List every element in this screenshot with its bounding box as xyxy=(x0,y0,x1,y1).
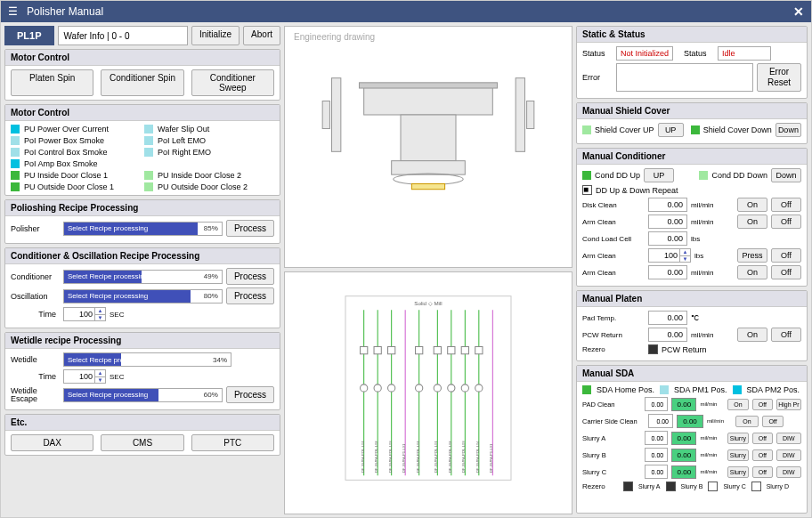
action-button-1[interactable]: Slurry xyxy=(727,433,749,444)
indicator-icon xyxy=(11,148,20,157)
rezero-a-checkbox[interactable] xyxy=(623,482,633,491)
spin-up[interactable]: ▲ xyxy=(94,308,105,315)
status-value: Not Initialized xyxy=(616,46,673,61)
error-reset-button[interactable]: Error Reset xyxy=(757,63,801,92)
rezero-b-checkbox[interactable] xyxy=(666,482,676,491)
rezero-d-checkbox[interactable] xyxy=(751,482,761,491)
indicator-label: PU Outside Door Close 2 xyxy=(158,182,248,191)
cond-up-button[interactable]: UP xyxy=(644,168,674,182)
indicator-item: PU Outside Door Close 1 xyxy=(11,182,137,191)
action-button-1[interactable]: Slurry xyxy=(727,449,749,461)
value-indicator: 0.00 xyxy=(671,465,696,479)
engineering-drawing-bottom: Solid ◇ Mill xyxy=(284,271,572,514)
process-button[interactable]: Process xyxy=(226,268,274,285)
process-button[interactable]: Process xyxy=(226,220,274,237)
action-button-2[interactable]: Off xyxy=(762,416,784,427)
value-input[interactable]: 0.00 xyxy=(648,231,687,246)
on-button[interactable]: On xyxy=(737,328,767,342)
on-button[interactable]: On xyxy=(737,198,767,212)
wetidle-escape-progress[interactable]: Select Recipe processing60% xyxy=(63,388,223,402)
conditioner-row: Disk Clean0.00mil/minOnOff xyxy=(582,198,801,212)
svg-point-28 xyxy=(461,384,468,392)
svg-point-25 xyxy=(416,384,423,392)
on-button[interactable]: On xyxy=(737,265,767,279)
pcw-return-input[interactable]: 0.00 xyxy=(648,328,687,342)
indicator-icon xyxy=(691,125,700,134)
sda-row: Carrier Side Clean0.000.00mil/minOnOff xyxy=(582,414,801,428)
close-icon[interactable]: ✕ xyxy=(793,4,804,19)
extra-button[interactable]: High Pr xyxy=(776,399,801,410)
svg-point-4 xyxy=(394,174,464,184)
action-button-2[interactable]: Off xyxy=(752,449,773,461)
value-input-1[interactable]: 0.00 xyxy=(645,465,669,479)
action-button-1[interactable]: Slurry xyxy=(727,466,749,478)
off-button[interactable]: Off xyxy=(771,328,801,342)
on-button[interactable]: Press xyxy=(737,248,767,263)
value-input-1[interactable]: 0.00 xyxy=(648,414,673,428)
process-button[interactable]: Process xyxy=(226,386,274,403)
polisher-progress[interactable]: Select Recipe processing 85% xyxy=(63,222,223,236)
pcw-return-checkbox[interactable] xyxy=(648,344,658,354)
platen-spin-button[interactable]: Platen Spin xyxy=(11,69,93,96)
action-button-2[interactable]: Off xyxy=(752,433,773,444)
svg-rect-31 xyxy=(374,347,381,354)
extra-button[interactable]: DIW xyxy=(776,449,801,461)
sda-row: Slurry C0.000.00mil/minSlurryOffDIW xyxy=(582,465,801,479)
cms-button[interactable]: CMS xyxy=(101,434,183,451)
indicator-icon xyxy=(11,171,20,180)
panel-title: Conditioner & Oscillation Recipe Process… xyxy=(5,248,280,264)
on-button[interactable]: On xyxy=(737,214,767,229)
off-button[interactable]: Off xyxy=(771,265,801,279)
off-button[interactable]: Off xyxy=(771,198,801,212)
shield-down-button[interactable]: Down xyxy=(775,123,801,137)
menu-icon[interactable]: ☰ xyxy=(8,5,18,18)
svg-rect-0 xyxy=(364,87,493,115)
value-input-1[interactable]: 0.00 xyxy=(645,397,669,411)
titlebar: ☰ Polisher Manual ✕ xyxy=(1,1,811,22)
value-indicator: 0.00 xyxy=(671,432,696,445)
action-button-2[interactable]: Off xyxy=(752,399,773,410)
ptc-button[interactable]: PTC xyxy=(191,434,274,451)
panel-title: Motor Control xyxy=(5,50,280,66)
off-button[interactable]: Off xyxy=(771,214,801,229)
indicator-item: Wafer Slip Out xyxy=(144,125,271,134)
abort-button[interactable]: Abort xyxy=(243,26,280,45)
time-input[interactable]: 100▲▼ xyxy=(63,307,106,321)
value-input[interactable]: 100▲▼ xyxy=(648,248,691,263)
wafer-info-field[interactable]: Wafer Info | 0 - 0 xyxy=(58,26,188,45)
off-button[interactable]: Off xyxy=(771,248,801,263)
action-button-1[interactable]: On xyxy=(727,399,749,410)
cond-down-button[interactable]: Down xyxy=(771,168,801,182)
process-button[interactable]: Process xyxy=(226,287,274,304)
initialize-button[interactable]: Initialize xyxy=(191,26,240,45)
conditioner-progress[interactable]: Select Recipe processing49% xyxy=(63,270,223,284)
extra-button[interactable]: DIW xyxy=(776,466,801,478)
oscillation-progress[interactable]: Select Recipe processing80% xyxy=(63,289,223,304)
dax-button[interactable]: DAX xyxy=(11,434,93,451)
value-input-1[interactable]: 0.00 xyxy=(645,448,669,462)
value-input[interactable]: 0.00 xyxy=(648,265,687,279)
shield-up-button[interactable]: UP xyxy=(658,123,684,137)
dd-repeat-checkbox[interactable] xyxy=(582,185,592,195)
conditioner-sweep-button[interactable]: Conditioner Sweep xyxy=(191,69,274,96)
indicator-label: PoI Power Box Smoke xyxy=(24,136,104,145)
value-input-1[interactable]: 0.00 xyxy=(645,431,669,445)
panel-title: Motor Control xyxy=(5,105,280,121)
panel-title: Wetidle recipe Processing xyxy=(5,333,280,349)
rezero-c-checkbox[interactable] xyxy=(708,482,718,491)
indicator-item: PoI Left EMO xyxy=(144,136,271,145)
action-button-2[interactable]: Off xyxy=(752,466,773,478)
svg-rect-10 xyxy=(345,296,511,481)
wetidle-progress[interactable]: Select Recipe processing34% xyxy=(63,352,231,367)
value-input[interactable]: 0.00 xyxy=(648,198,687,212)
pad-temp-input[interactable]: 0.00 xyxy=(648,311,687,325)
time-input[interactable]: 100▲▼ xyxy=(63,369,106,384)
action-button-1[interactable]: On xyxy=(735,416,759,427)
extra-button[interactable]: DIW xyxy=(776,433,801,444)
value-input[interactable]: 0.00 xyxy=(648,214,687,229)
spin-down[interactable]: ▼ xyxy=(94,315,105,321)
svg-point-27 xyxy=(448,384,455,392)
conditioner-spin-button[interactable]: Conditioner Spin xyxy=(101,69,183,96)
svg-rect-6 xyxy=(332,78,341,152)
svg-rect-3 xyxy=(392,161,466,174)
